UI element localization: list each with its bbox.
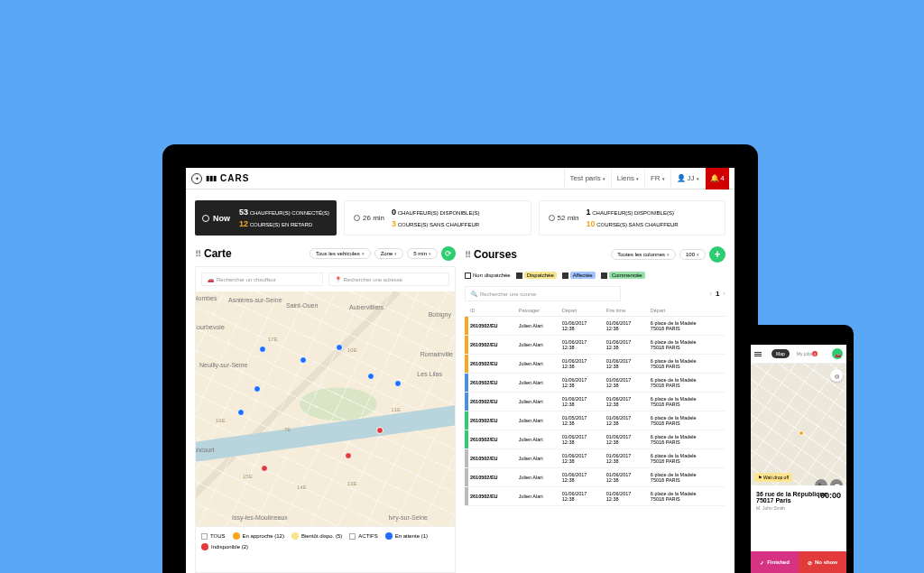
user-menu[interactable]: 👤JJ▾	[670, 168, 705, 189]
map-title: Carte	[204, 247, 232, 260]
user-icon: 👤	[677, 174, 686, 182]
now-label: Now	[213, 214, 230, 223]
flag-icon: ⚑	[758, 475, 762, 480]
map-pin[interactable]	[237, 409, 245, 416]
time-dropdown[interactable]: 5 min▾	[407, 248, 438, 259]
no-show-button[interactable]: ⊘No show	[799, 551, 846, 573]
logo-icon: ✦	[191, 173, 202, 184]
filter-dispatchee[interactable]: Dispatchée	[516, 272, 557, 279]
columns-dropdown[interactable]: Toutes les colonnes▾	[611, 249, 676, 260]
lang-dropdown[interactable]: FR▾	[644, 168, 670, 189]
table-row[interactable]: 2610502/EUJulien Alart01/06/201712:3801/…	[465, 430, 725, 449]
table-row[interactable]: 2610502/EUJulien Alart01/06/201712:3801/…	[465, 393, 725, 411]
search-driver-input[interactable]: 🚗Rechercher un chauffeur	[201, 273, 323, 286]
prev-page-button[interactable]: ‹	[709, 290, 712, 298]
desktop-screen: ✦ ▮▮▮ CARS Test paris▾ Liens▾ FR▾ 👤JJ▾ 🔔…	[186, 168, 735, 573]
bell-icon: 🔔	[710, 174, 719, 182]
courses-title: Courses	[474, 248, 517, 261]
now-box: Now 53 CHAUFFEUR(S) CONNECTÉ(S) 12 COURS…	[195, 200, 337, 236]
call-button[interactable]: 📞	[815, 479, 827, 485]
search-course-input[interactable]: 🔍Rechercher une course	[465, 286, 621, 301]
map-panel: ⠿Carte Tous les vehicules▾ Zone▾ 5 min▾ …	[195, 246, 456, 573]
drag-handle-icon[interactable]: ⠿	[465, 250, 470, 260]
current-page: 1	[716, 290, 719, 298]
brand-name: CARS	[220, 173, 249, 183]
mobile-map[interactable]: ◎ ⚑Wait drop off 📞 💬	[751, 364, 846, 485]
search-address-input[interactable]: 📍Rechercher une adresse	[328, 273, 450, 286]
stat-card-52min: 52 min 1 CHAUFFEUR(S) DISPONIBLE(S) 10 C…	[539, 200, 725, 236]
clock-icon	[354, 215, 360, 221]
table-row[interactable]: 2610502/EUJulien Alart01/06/201712:3801/…	[465, 355, 725, 374]
tab-my-jobs[interactable]: My jobs0	[792, 349, 822, 359]
table-row[interactable]: 2610502/EUJulien Alart01/06/201712:3801/…	[465, 374, 725, 393]
map-pin[interactable]	[254, 385, 261, 393]
car-status-icon[interactable]: 🚗	[832, 348, 843, 359]
map-pin[interactable]	[345, 452, 352, 459]
filter-affectee[interactable]: Affectée	[562, 272, 596, 279]
add-course-button[interactable]: +	[709, 246, 725, 263]
clock-icon	[549, 215, 555, 221]
mobile-header: Map My jobs0 🚗	[751, 345, 846, 364]
courses-table: ID Passager Départ Fire time Départ 2610…	[465, 305, 725, 506]
stat-card-26min: 26 min 0 CHAUFFEUR(S) DISPONIBLE(S) 3 CO…	[344, 200, 531, 236]
courses-panel: ⠿Courses Toutes les colonnes▾ 100▾ + Non…	[465, 246, 725, 573]
desktop-device: ✦ ▮▮▮ CARS Test paris▾ Liens▾ FR▾ 👤JJ▾ 🔔…	[162, 144, 758, 573]
map-pin[interactable]	[261, 465, 268, 472]
vehicles-dropdown[interactable]: Tous les vehicules▾	[310, 248, 371, 259]
mobile-device: Map My jobs0 🚗 ◎ ⚑Wait drop off 📞 💬 00:0…	[744, 325, 854, 573]
locate-button[interactable]: ◎	[830, 369, 843, 382]
mobile-screen: Map My jobs0 🚗 ◎ ⚑Wait drop off 📞 💬 00:0…	[751, 345, 846, 573]
ride-timer: 00:00	[820, 491, 841, 500]
legend-en-approche[interactable]: En approche (12)	[233, 532, 284, 540]
finished-button[interactable]: ✓Finished	[751, 551, 799, 573]
search-icon: 🔍	[471, 291, 477, 297]
menu-icon[interactable]	[754, 352, 762, 356]
table-row[interactable]: 2610502/EUJulien Alart01/06/201712:3801/…	[465, 487, 725, 506]
app-header: ✦ ▮▮▮ CARS Test paris▾ Liens▾ FR▾ 👤JJ▾ 🔔…	[186, 168, 735, 189]
map-pin[interactable]	[367, 373, 374, 380]
dropoff-badge: ⚑Wait drop off	[754, 473, 792, 482]
ride-card: 00:00 36 rue de la République 75017 Pari…	[751, 485, 846, 516]
tenant-dropdown[interactable]: Test paris▾	[564, 168, 611, 189]
links-dropdown[interactable]: Liens▾	[611, 168, 644, 189]
table-row[interactable]: 2610502/EUJulien Alart01/06/201712:3801/…	[465, 449, 725, 468]
table-row[interactable]: 2610502/EUJulien Alart01/06/201712:3801/…	[465, 336, 725, 355]
legend-indispo[interactable]: Indisponible (2)	[201, 543, 248, 550]
filter-non-dispatchee[interactable]: Non dispatchée	[465, 273, 511, 279]
legend-en-attente[interactable]: En attente (1)	[385, 532, 428, 540]
map-pin	[799, 430, 804, 436]
map-canvas[interactable]: Paris Asnières-sur-Seine Colombes Courbe…	[196, 291, 455, 526]
refresh-button[interactable]: ⟳	[441, 246, 456, 261]
clock-icon	[202, 215, 209, 222]
map-pin[interactable]	[259, 346, 266, 353]
map-pin[interactable]	[300, 356, 307, 364]
filter-tous[interactable]: TOUS	[201, 532, 226, 540]
status-filters: Non dispatchée Dispatchée Affectée Comme…	[465, 268, 725, 282]
table-row[interactable]: 2610502/EUJulien Alart01/06/201712:3801/…	[465, 468, 725, 487]
car-icon: 🚗	[208, 276, 214, 282]
map-pin[interactable]	[394, 380, 402, 387]
filter-commencee[interactable]: Commencée	[601, 272, 645, 279]
table-row[interactable]: 2610502/EUJulien Alart01/05/201712:3801/…	[465, 411, 725, 430]
check-icon: ✓	[760, 559, 764, 566]
pin-icon: 📍	[335, 276, 341, 282]
map-legend: TOUS En approche (12) Bientôt dispo. (5)…	[196, 526, 455, 556]
filter-actifs[interactable]: ACTIFS	[349, 532, 377, 540]
stats-row: Now 53 CHAUFFEUR(S) CONNECTÉ(S) 12 COURS…	[186, 189, 735, 246]
message-button[interactable]: 💬	[830, 479, 843, 485]
map-pin[interactable]	[336, 344, 343, 351]
pagesize-dropdown[interactable]: 100▾	[679, 249, 706, 260]
notifications-button[interactable]: 🔔4	[705, 168, 729, 189]
passenger-name: M. John Smith	[756, 505, 841, 511]
drag-handle-icon[interactable]: ⠿	[195, 249, 200, 259]
zone-dropdown[interactable]: Zone▾	[374, 248, 404, 259]
x-icon: ⊘	[808, 559, 812, 566]
tab-map[interactable]: Map	[772, 349, 790, 359]
barcode-icon: ▮▮▮	[206, 174, 217, 182]
table-row[interactable]: 2610502/EUJulien Alart01/06/201712:3801/…	[465, 317, 725, 336]
next-page-button[interactable]: ›	[723, 290, 725, 298]
legend-bientot[interactable]: Bientôt dispo. (5)	[291, 532, 342, 540]
